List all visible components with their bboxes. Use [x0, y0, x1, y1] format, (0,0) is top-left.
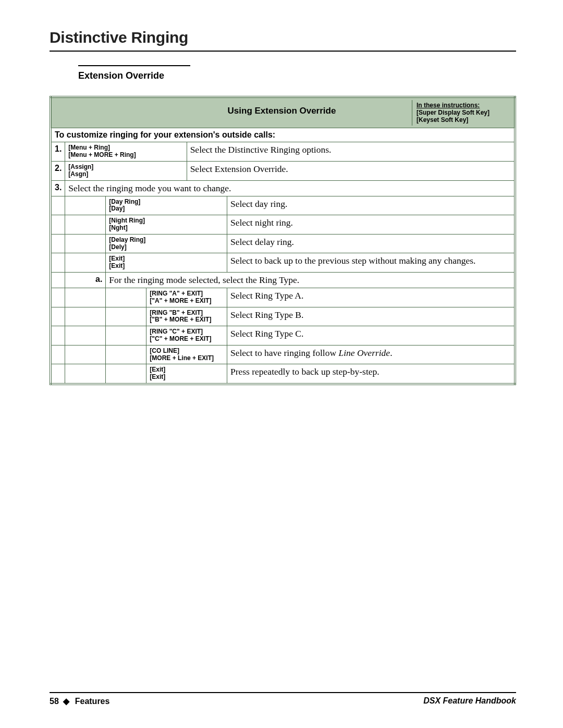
table-row: 1. [Menu + Ring] [Menu + MORE + Ring] Se…	[51, 142, 515, 162]
table-row: a. For the ringing mode selected, select…	[51, 272, 515, 288]
table-subheader: To customize ringing for your extension'…	[51, 128, 515, 142]
table-header: Using Extension Override In these instru…	[51, 97, 515, 128]
table-row: [RING "B" + EXIT] ["B" + MORE + EXIT] Se…	[51, 307, 515, 326]
step-desc: Select Extension Override.	[187, 161, 515, 180]
step-desc: Select day ring.	[227, 196, 515, 215]
softkey-cell: [Delay Ring] [Dely]	[106, 234, 227, 253]
softkey-cell: [Day Ring] [Day]	[106, 196, 227, 215]
step-desc: Select night ring.	[227, 215, 515, 235]
section-divider	[78, 65, 190, 66]
table-row: [Delay Ring] [Dely] Select delay ring.	[51, 234, 515, 253]
softkey-cell: [Assign] [Asgn]	[65, 161, 187, 180]
step-desc: Select Ring Type B.	[227, 307, 515, 326]
step-desc: Select delay ring.	[227, 234, 515, 253]
softkey-cell: [RING "C" + EXIT] ["C" + MORE + EXIT]	[146, 326, 227, 346]
step-desc: Select to have ringing follow Line Overr…	[227, 345, 515, 364]
step-number: 1.	[51, 142, 65, 162]
page-footer: 58 ◆ Features DSX Feature Handbook	[50, 692, 516, 706]
table-row: 2. [Assign] [Asgn] Select Extension Over…	[51, 161, 515, 180]
step-desc: Select Ring Type A.	[227, 288, 515, 307]
table-row: [Night Ring] [Nght] Select night ring.	[51, 215, 515, 235]
table-row: [Exit] [Exit] Press repeatedly to back u…	[51, 364, 515, 384]
title-rule	[50, 51, 516, 52]
softkey-cell: [Exit] [Exit]	[106, 253, 227, 273]
step-desc: Select the Distinctive Ringing options.	[187, 142, 515, 162]
softkey-cell: [Exit] [Exit]	[146, 364, 227, 384]
step-number: 2.	[51, 161, 65, 180]
diamond-icon: ◆	[63, 696, 69, 706]
table-header-legend: In these instructions: [Super Display So…	[412, 100, 511, 126]
softkey-cell: [Night Ring] [Nght]	[106, 215, 227, 235]
substep-letter: a.	[65, 272, 106, 288]
softkey-cell: [RING "A" + EXIT] ["A" + MORE + EXIT]	[146, 288, 227, 307]
footer-section: Features	[75, 697, 110, 706]
table-row: [Exit] [Exit] Select to back up to the p…	[51, 253, 515, 273]
table-row: 3. Select the ringing mode you want to c…	[51, 180, 515, 196]
step-desc: For the ringing mode selected, select th…	[106, 272, 515, 288]
footer-rule	[50, 692, 516, 693]
footer-left: 58 ◆ Features	[50, 696, 109, 706]
instruction-table: Using Extension Override In these instru…	[50, 96, 516, 385]
table-row: [CO LINE] [MORE + Line + EXIT] Select to…	[51, 345, 515, 364]
section-heading: Extension Override	[78, 70, 516, 81]
table-row: [RING "A" + EXIT] ["A" + MORE + EXIT] Se…	[51, 288, 515, 307]
footer-book-title: DSX Feature Handbook	[423, 696, 516, 706]
step-desc: Select Ring Type C.	[227, 326, 515, 346]
step-desc: Select the ringing mode you want to chan…	[65, 180, 515, 196]
softkey-cell: [CO LINE] [MORE + Line + EXIT]	[146, 345, 227, 364]
step-desc: Press repeatedly to back up step-by-step…	[227, 364, 515, 384]
step-desc: Select to back up to the previous step w…	[227, 253, 515, 273]
step-number: 3.	[51, 180, 65, 196]
softkey-cell: [Menu + Ring] [Menu + MORE + Ring]	[65, 142, 187, 162]
table-row: [Day Ring] [Day] Select day ring.	[51, 196, 515, 215]
page-title: Distinctive Ringing	[50, 29, 516, 46]
table-header-center: Using Extension Override	[55, 100, 412, 126]
table-row: [RING "C" + EXIT] ["C" + MORE + EXIT] Se…	[51, 326, 515, 346]
page-number: 58	[50, 697, 59, 706]
softkey-cell: [RING "B" + EXIT] ["B" + MORE + EXIT]	[146, 307, 227, 326]
